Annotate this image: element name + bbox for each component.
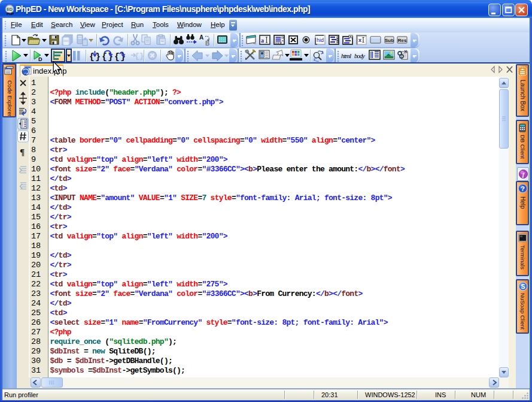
svg-text:{: {: [102, 52, 107, 62]
svg-text:¶: ¶: [20, 147, 25, 157]
svg-text:html: html: [341, 52, 351, 59]
svg-text:B: B: [205, 40, 209, 47]
svg-text:Sub: Sub: [385, 38, 394, 43]
svg-text:{: {: [114, 52, 120, 62]
svg-text:hid: hid: [317, 37, 324, 43]
svg-text:{: {: [89, 52, 95, 62]
svg-text:S: S: [521, 283, 525, 290]
svg-text:A: A: [199, 34, 203, 41]
svg-text:?: ?: [521, 185, 525, 192]
svg-text:body: body: [354, 52, 365, 59]
svg-text:x: x: [358, 37, 361, 43]
svg-text:a: a: [261, 37, 264, 44]
svg-text:Res: Res: [398, 38, 407, 43]
svg-text:D: D: [38, 56, 42, 62]
svg-text:}: }: [95, 52, 101, 62]
svg-text:{}: {}: [135, 52, 144, 61]
